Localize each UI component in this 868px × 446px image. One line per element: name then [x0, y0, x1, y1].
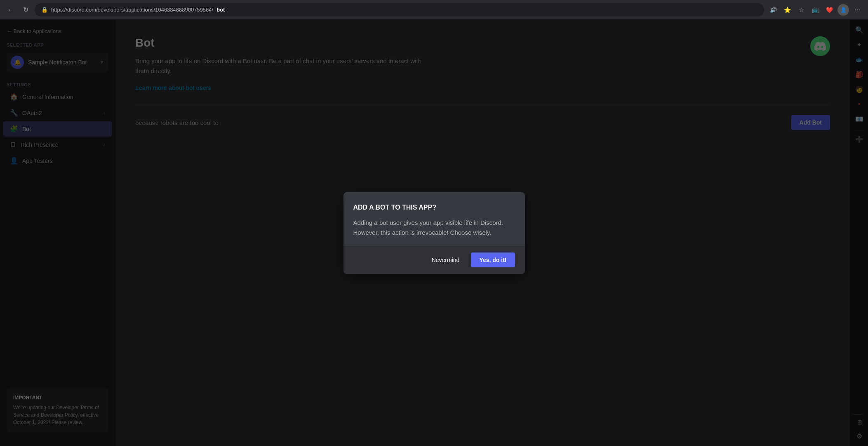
- browser-icon-cast[interactable]: 📺: [809, 4, 821, 16]
- address-bar[interactable]: 🔒 https://discord.com/developers/applica…: [35, 3, 764, 17]
- browser-chrome: ← ↻ 🔒 https://discord.com/developers/app…: [0, 0, 868, 20]
- confirm-button[interactable]: Yes, do it!: [471, 252, 515, 267]
- browser-icon-speaker[interactable]: 🔊: [767, 4, 779, 16]
- url-bold: bot: [216, 7, 225, 13]
- add-bot-modal: ADD A BOT TO THIS APP? Adding a bot user…: [343, 192, 525, 274]
- browser-icon-star-outline[interactable]: ☆: [795, 4, 807, 16]
- browser-icon-star-filled[interactable]: ⭐: [781, 4, 793, 16]
- browser-icon-menu[interactable]: ⋯: [852, 4, 863, 16]
- modal-overlay[interactable]: ADD A BOT TO THIS APP? Adding a bot user…: [0, 20, 868, 446]
- browser-icon-heart[interactable]: ❤️: [823, 4, 835, 16]
- modal-body: ADD A BOT TO THIS APP? Adding a bot user…: [343, 192, 525, 246]
- modal-title: ADD A BOT TO THIS APP?: [353, 204, 515, 211]
- reload-button[interactable]: ↻: [20, 4, 31, 16]
- url-prefix: https://discord.com/developers/applicati…: [51, 7, 213, 13]
- modal-footer: Nevermind Yes, do it!: [343, 246, 525, 274]
- browser-right-icons: 🔊 ⭐ ☆ 📺 ❤️ 👤 ⋯: [767, 4, 863, 16]
- back-button[interactable]: ←: [5, 4, 16, 16]
- browser-profile-icon[interactable]: 👤: [837, 4, 849, 16]
- nevermind-button[interactable]: Nevermind: [425, 252, 466, 267]
- modal-body-text: Adding a bot user gives your app visible…: [353, 218, 515, 238]
